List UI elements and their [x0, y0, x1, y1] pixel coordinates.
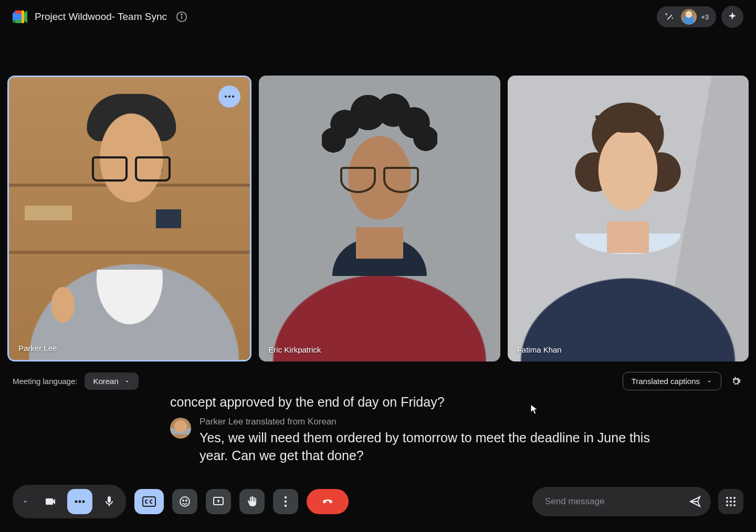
magic-wand-icon[interactable] — [662, 9, 677, 24]
caption-speaker-avatar — [170, 418, 191, 439]
meeting-title: Project Wildwood- Team Sync — [35, 11, 167, 23]
svg-point-18 — [186, 500, 187, 501]
more-options-button[interactable] — [273, 489, 298, 514]
gear-icon — [730, 375, 742, 388]
svg-point-31 — [733, 504, 736, 506]
svg-point-8 — [181, 14, 182, 15]
svg-point-30 — [730, 504, 732, 506]
captions-button[interactable] — [134, 489, 164, 514]
svg-point-28 — [733, 501, 736, 503]
caption-previous-line: concept approved by the end of day on Fr… — [170, 393, 680, 411]
video-grid: Parker Lee Eric Kirkpatrick Fatima Khan — [0, 76, 756, 361]
microphone-button[interactable] — [97, 489, 122, 514]
microphone-icon — [103, 495, 116, 508]
translated-captions-label: Translated captions — [632, 377, 700, 386]
tile-name-label: Fatima Khan — [517, 345, 562, 354]
svg-point-22 — [285, 505, 287, 507]
meeting-language-label: Meeting language: — [13, 377, 77, 386]
cc-icon — [142, 496, 156, 507]
camera-icon — [44, 495, 57, 508]
present-icon — [212, 495, 225, 508]
more-vertical-icon — [284, 496, 287, 507]
captions-settings-button[interactable] — [729, 374, 743, 389]
bottom-controls — [0, 485, 756, 518]
camera-button[interactable] — [38, 489, 63, 514]
svg-point-20 — [285, 496, 287, 498]
svg-rect-2 — [15, 14, 22, 20]
svg-point-13 — [79, 501, 81, 503]
svg-point-17 — [183, 500, 184, 501]
effects-button[interactable] — [67, 489, 92, 514]
caption-current: Parker Lee translated from Korean Yes, w… — [170, 417, 680, 465]
captions-area: concept approved by the end of day on Fr… — [158, 393, 693, 464]
meet-logo — [13, 10, 27, 23]
language-selector[interactable]: Korean — [85, 373, 138, 390]
language-value: Korean — [93, 377, 118, 386]
info-button[interactable] — [174, 9, 189, 24]
video-tile-eric-kirkpatrick[interactable]: Eric Kirkpatrick — [259, 76, 500, 361]
header-right: +3 — [657, 6, 743, 28]
emoji-icon — [178, 495, 191, 508]
ai-sparkle-button[interactable] — [721, 6, 743, 28]
svg-rect-5 — [22, 10, 24, 23]
svg-point-29 — [726, 504, 728, 506]
apps-grid-icon — [726, 496, 736, 507]
emoji-button[interactable] — [172, 489, 197, 514]
participant-avatar[interactable] — [681, 9, 697, 25]
svg-point-23 — [726, 497, 728, 499]
chevron-down-icon — [706, 378, 712, 385]
send-icon — [689, 495, 701, 508]
av-controls-cluster — [13, 485, 126, 518]
participants-pill: +3 — [657, 6, 716, 27]
chevron-down-icon — [124, 378, 130, 385]
svg-rect-15 — [143, 497, 155, 506]
svg-point-10 — [228, 95, 230, 98]
tile-name-label: Eric Kirkpatrick — [268, 345, 321, 354]
svg-rect-1 — [13, 13, 15, 20]
apps-grid-button[interactable] — [718, 489, 743, 514]
present-button[interactable] — [206, 489, 231, 514]
video-tile-parker-lee[interactable]: Parker Lee — [7, 76, 251, 361]
svg-rect-0 — [15, 10, 22, 14]
translated-captions-selector[interactable]: Translated captions — [623, 372, 721, 390]
svg-point-24 — [730, 497, 732, 499]
raise-hand-button[interactable] — [239, 489, 265, 514]
message-cluster — [532, 487, 743, 516]
svg-point-26 — [726, 501, 728, 503]
caption-settings-bar: Meeting language: Korean Translated capt… — [0, 361, 756, 393]
end-call-button[interactable] — [307, 489, 349, 514]
svg-point-11 — [232, 95, 234, 98]
effects-icon — [74, 499, 86, 504]
header-left: Project Wildwood- Team Sync — [13, 9, 189, 24]
video-tile-fatima-khan[interactable]: Fatima Khan — [508, 76, 749, 361]
caption-speaker-line: Parker Lee translated from Korean — [200, 417, 680, 427]
message-compose — [532, 487, 711, 516]
end-call-icon — [320, 494, 335, 509]
svg-point-12 — [75, 501, 78, 503]
svg-point-27 — [730, 501, 732, 503]
svg-point-25 — [733, 497, 736, 499]
av-options-chevron[interactable] — [17, 489, 34, 514]
svg-point-21 — [285, 501, 287, 503]
svg-rect-3 — [15, 20, 22, 23]
message-input[interactable] — [545, 496, 685, 507]
svg-point-14 — [82, 501, 85, 503]
hand-icon — [246, 495, 258, 508]
tile-name-label: Parker Lee — [18, 344, 57, 353]
svg-point-9 — [225, 95, 227, 98]
send-button[interactable] — [685, 491, 706, 512]
header: Project Wildwood- Team Sync +3 — [0, 0, 756, 34]
participant-overflow-count[interactable]: +3 — [701, 13, 711, 21]
svg-point-16 — [180, 497, 190, 506]
caption-text: Yes, we will need them ordered by tomorr… — [200, 429, 680, 465]
